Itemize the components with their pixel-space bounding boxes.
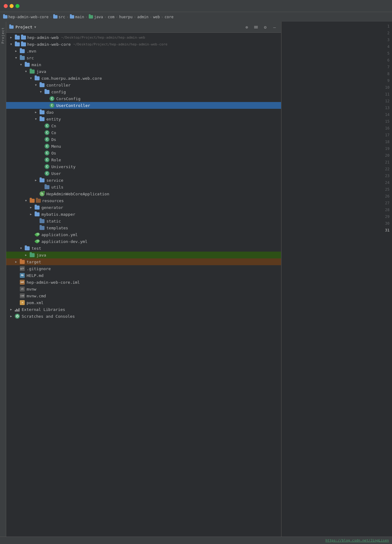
item-text-main: main: [32, 62, 41, 67]
tree-item-application-yml[interactable]: application.yml: [6, 231, 281, 238]
arrow-resources[interactable]: [23, 198, 28, 203]
maximize-button[interactable]: [15, 4, 19, 8]
arrow-hep-admin-web-core[interactable]: [9, 42, 14, 47]
xml-icon-pom: m: [20, 300, 25, 305]
item-text-service: service: [46, 178, 63, 183]
tree-item-main[interactable]: main: [6, 61, 281, 68]
tree-item-pom-xml[interactable]: m pom.xml: [6, 299, 281, 306]
tree-item-entity[interactable]: entity: [6, 116, 281, 122]
tree-item-user[interactable]: C User: [6, 170, 281, 177]
arrow-config[interactable]: [38, 89, 43, 94]
tree-item-static[interactable]: static: [6, 218, 281, 224]
project-tree[interactable]: hep-admin-web ~/Desktop/Project/hep-admi…: [6, 33, 281, 544]
panel-chevron[interactable]: ▼: [34, 25, 36, 29]
item-text-cn: Cn: [51, 124, 56, 128]
arrow-hep-admin-web[interactable]: [9, 35, 14, 40]
tree-item-generator[interactable]: generator: [6, 204, 281, 211]
tree-item-utils[interactable]: utils: [6, 184, 281, 190]
tree-item-mvn[interactable]: .mvn: [6, 48, 281, 54]
tree-item-mvnw[interactable]: sh mvnw: [6, 286, 281, 292]
arrow-scratches[interactable]: [9, 314, 14, 319]
tree-item-config[interactable]: config: [6, 88, 281, 95]
arrow-target[interactable]: [14, 259, 19, 264]
options-icon[interactable]: [253, 24, 259, 31]
arrow-entity[interactable]: [33, 117, 38, 121]
arrow-dao[interactable]: [33, 110, 38, 115]
class-icon-menu: C: [45, 144, 49, 149]
breadcrumb-main[interactable]: main: [70, 15, 84, 19]
tree-item-mybatis-mapper[interactable]: mybatis.mapper: [6, 211, 281, 218]
tree-item-application[interactable]: S HepAdminWebCoreApplication: [6, 190, 281, 197]
arrow-com-pkg[interactable]: [28, 76, 33, 81]
tree-item-hep-admin-web-core[interactable]: hep-admin-web-core ~/Desktop/Project/hep…: [6, 41, 281, 48]
tree-item-scratches[interactable]: Scratches and Consoles: [6, 313, 281, 320]
close-button[interactable]: [4, 4, 8, 8]
md-icon-help: MD: [20, 273, 25, 278]
tree-item-university[interactable]: C University: [6, 163, 281, 170]
tree-item-src[interactable]: src: [6, 54, 281, 61]
tree-item-menu[interactable]: C Menu: [6, 143, 281, 150]
arrow-main[interactable]: [19, 62, 23, 67]
arrow-test[interactable]: [19, 246, 23, 251]
right-panel: 1234567891011121314151617181920212223242…: [281, 22, 392, 544]
tree-item-role[interactable]: C Role: [6, 156, 281, 163]
tree-item-user-controller[interactable]: C UserController: [6, 102, 281, 109]
arrow-mvn[interactable]: [14, 49, 19, 53]
title-bar: [0, 0, 392, 12]
main-layout: Project Project ▼ ⊕: [0, 22, 392, 544]
tree-item-help-md[interactable]: MD HELP.md: [6, 272, 281, 279]
tree-item-test[interactable]: test: [6, 245, 281, 252]
item-text-iml: hep-admin-web-core.iml: [27, 280, 80, 285]
side-tab-label[interactable]: Project: [1, 27, 5, 44]
tree-item-dao[interactable]: dao: [6, 109, 281, 116]
line-number-29: 29: [282, 213, 392, 220]
arrow-controller[interactable]: [33, 83, 38, 87]
arrow-service[interactable]: [33, 178, 38, 183]
tree-item-target[interactable]: target: [6, 258, 281, 265]
tree-item-java-test[interactable]: java: [6, 252, 281, 258]
item-text-dao: dao: [46, 110, 53, 115]
tree-item-ds[interactable]: C Ds: [6, 136, 281, 143]
tree-item-java[interactable]: java: [6, 68, 281, 75]
minimize-panel-icon[interactable]: —: [271, 24, 278, 31]
tree-item-cors-config[interactable]: C CorsConfig: [6, 95, 281, 102]
breadcrumb-src[interactable]: src: [53, 15, 65, 19]
tree-item-com-pkg[interactable]: com.huerpu.admin.web.core: [6, 75, 281, 82]
status-url[interactable]: https://blog.csdn.net/JingLisen: [326, 538, 389, 542]
tree-item-co[interactable]: C Co: [6, 129, 281, 136]
tree-item-mvnw-cmd[interactable]: cmd mvnw.cmd: [6, 292, 281, 299]
item-text-config: config: [51, 90, 66, 94]
arrow-mybatis-mapper[interactable]: [28, 212, 33, 217]
file-icon-mvnw: sh: [20, 287, 25, 291]
tree-item-controller[interactable]: controller: [6, 82, 281, 88]
tree-item-service[interactable]: service: [6, 177, 281, 184]
arrow-external-libraries[interactable]: [9, 307, 14, 312]
tree-item-resources[interactable]: resources: [6, 197, 281, 204]
class-icon-user: C: [45, 171, 49, 176]
arrow-src[interactable]: [14, 55, 19, 60]
arrow-generator[interactable]: [28, 205, 33, 210]
tree-item-templates[interactable]: templates: [6, 224, 281, 231]
arrow-java[interactable]: [23, 69, 28, 74]
tree-item-os[interactable]: C Os: [6, 150, 281, 156]
item-text-ds: Ds: [51, 137, 56, 142]
minimize-button[interactable]: [10, 4, 14, 8]
tree-item-cn[interactable]: C Cn: [6, 122, 281, 129]
item-text-help-md: HELP.md: [27, 273, 44, 278]
tree-item-hep-admin-web[interactable]: hep-admin-web ~/Desktop/Project/hep-admi…: [6, 34, 281, 41]
tree-item-iml[interactable]: iml hep-admin-web-core.iml: [6, 279, 281, 286]
line-number-16: 16: [282, 125, 392, 132]
line-number-13: 13: [282, 104, 392, 111]
settings-icon[interactable]: ⚙: [262, 24, 269, 31]
tree-item-external-libraries[interactable]: External Libraries: [6, 306, 281, 313]
tree-item-application-dev-yml[interactable]: application-dev.yml: [6, 238, 281, 245]
item-path-hep-admin-web-core: ~/Desktop/Project/hep-admin/hep-admin-we…: [73, 42, 168, 46]
locate-icon[interactable]: ⊕: [243, 24, 250, 31]
tree-item-gitignore[interactable]: git .gitignore: [6, 265, 281, 272]
class-icon-cors: C: [49, 96, 54, 101]
item-text-mvnw: mvnw: [27, 287, 36, 291]
breadcrumb-item[interactable]: hep-admin-web-core: [3, 15, 49, 19]
class-icon-os: C: [45, 151, 49, 155]
breadcrumb-java[interactable]: java: [89, 15, 103, 19]
arrow-java-test[interactable]: [23, 253, 28, 257]
